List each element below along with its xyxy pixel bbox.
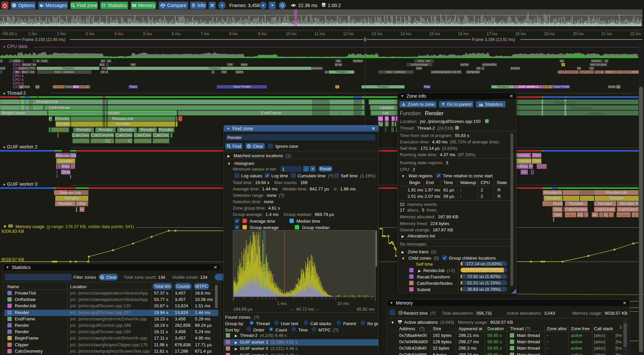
svg-text:1 ms: 1 ms <box>277 301 287 306</box>
svg-text:10 ms: 10 ms <box>337 301 349 306</box>
